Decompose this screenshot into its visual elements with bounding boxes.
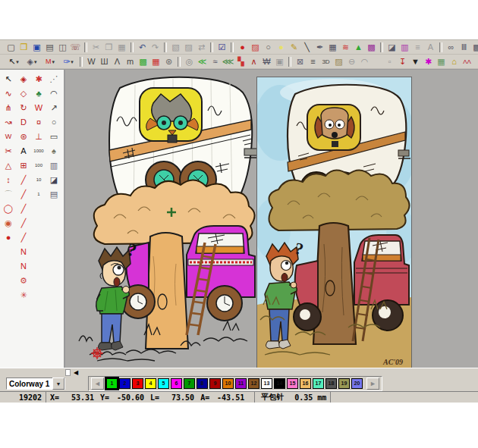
node-edit-tool[interactable]: ◈ bbox=[17, 73, 30, 85]
color-swatch-8[interactable]: 8 bbox=[197, 378, 208, 389]
reference-artwork-image[interactable]: ? AC'09 bbox=[256, 77, 412, 368]
vessel-tool[interactable]: ¤ bbox=[32, 116, 46, 128]
fan-tool[interactable]: ⌒ bbox=[2, 188, 15, 200]
tatami-fill-icon[interactable]: Ш bbox=[98, 55, 111, 68]
reshape-tool-icon[interactable]: ◈▾ bbox=[23, 55, 41, 68]
lettering-icon[interactable]: A bbox=[424, 41, 437, 54]
palette-scroll-left-icon[interactable]: ◄ bbox=[91, 378, 104, 390]
flower-ball-tool[interactable]: ⊛ bbox=[17, 130, 30, 143]
flower-magenta-icon[interactable]: ✱ bbox=[422, 55, 435, 68]
ring-open-tool[interactable]: ◯ bbox=[2, 202, 15, 215]
select-tool[interactable]: ↖ bbox=[2, 73, 15, 85]
redo-icon[interactable]: ↷ bbox=[149, 41, 162, 54]
checker-fill-icon[interactable]: ▚ bbox=[234, 55, 247, 68]
funnel-icon[interactable]: ▼ bbox=[409, 55, 422, 68]
branch-cut-tool[interactable]: ⋔ bbox=[2, 102, 15, 114]
color-swatch-7[interactable]: 7 bbox=[184, 378, 195, 389]
grid-fill-icon[interactable]: ▦ bbox=[326, 41, 339, 54]
run-1-tool[interactable]: 1 bbox=[32, 188, 46, 200]
stitch-mm-icon[interactable]: M▾ bbox=[41, 55, 59, 68]
frame-small-icon[interactable]: ▫ bbox=[383, 55, 396, 68]
insert-stitches-icon[interactable]: ▧ bbox=[169, 41, 182, 54]
circle-d-tool[interactable]: D bbox=[17, 116, 30, 128]
stack-list-icon[interactable]: ≡ bbox=[307, 55, 319, 68]
export-shape-tool[interactable]: ↗ bbox=[47, 102, 61, 114]
cross-red-icon[interactable]: ▦ bbox=[149, 55, 162, 68]
color-swatch-19[interactable]: 19 bbox=[338, 378, 350, 389]
gears-tool[interactable]: ⚙ bbox=[17, 274, 30, 287]
align-text-icon[interactable]: ≡ bbox=[411, 41, 424, 54]
line-draw-icon[interactable]: ╲ bbox=[300, 41, 313, 54]
design-canvas[interactable]: ? bbox=[65, 70, 478, 368]
new-design-icon[interactable]: ▢ bbox=[5, 41, 17, 54]
print-preview-icon[interactable]: ◫ bbox=[56, 41, 69, 54]
angle-stitch-5-tool[interactable]: ╱ bbox=[17, 231, 30, 243]
copy-icon[interactable]: ❐ bbox=[102, 41, 115, 54]
hatch-w-icon[interactable]: ▨ bbox=[332, 55, 345, 68]
satin-red-icon[interactable]: ● bbox=[236, 41, 249, 54]
run-1000-tool[interactable]: 1000 bbox=[32, 145, 46, 157]
undo-icon[interactable]: ↶ bbox=[136, 41, 149, 54]
paint-bucket-tool[interactable]: ◉ bbox=[2, 217, 15, 229]
ring-lasso-icon[interactable]: ◠ bbox=[358, 55, 371, 68]
color-swatch-17[interactable]: 17 bbox=[313, 378, 324, 389]
select-tool-icon[interactable]: ↖▾ bbox=[5, 55, 23, 68]
send-to-machine-icon[interactable]: ☏ bbox=[69, 41, 82, 54]
contrast-box-tool[interactable]: ◪ bbox=[47, 174, 61, 186]
angle-stitch-4-tool[interactable]: ╱ bbox=[17, 217, 30, 229]
n-branch-1-tool[interactable]: N bbox=[17, 246, 30, 258]
needle-thread-icon[interactable]: ✒ bbox=[313, 41, 326, 54]
bitmap-color-icon[interactable]: ▩ bbox=[365, 41, 378, 54]
rectangle-tool[interactable]: ▭ bbox=[47, 130, 61, 143]
satin-ww-icon[interactable]: W bbox=[85, 55, 98, 68]
stitch-select-tool[interactable]: ↝ bbox=[2, 116, 15, 128]
grid-frame-icon[interactable]: ▦ bbox=[435, 55, 448, 68]
canvas-scroll-left-icon[interactable]: ◀ bbox=[74, 369, 78, 376]
basket-tool[interactable]: ⊞ bbox=[17, 159, 30, 171]
ww-column-icon[interactable]: ₩ bbox=[260, 55, 273, 68]
edit-stitches-icon[interactable]: ▨ bbox=[182, 41, 195, 54]
length-arrow-tool[interactable]: ↕ bbox=[2, 174, 15, 186]
open-design-icon[interactable]: ❒ bbox=[17, 41, 30, 54]
color-swatch-16[interactable]: 16 bbox=[300, 378, 311, 389]
zigzag-stitch-icon[interactable]: Λ bbox=[111, 55, 124, 68]
machine-frame-tool[interactable]: ▥ bbox=[47, 159, 61, 171]
lasso-tool[interactable]: ∿ bbox=[2, 87, 15, 99]
w-underline-tool[interactable]: W bbox=[2, 130, 15, 143]
contour-fill-icon[interactable]: ≈ bbox=[209, 55, 222, 68]
arc-tool[interactable]: ◠ bbox=[47, 87, 61, 99]
color-swatch-2[interactable]: 2 bbox=[119, 378, 131, 389]
pattern-88-icon[interactable]: ⊠ bbox=[294, 55, 307, 68]
cut-icon[interactable]: ✂ bbox=[90, 41, 102, 54]
applique-tool[interactable]: △ bbox=[2, 159, 15, 171]
run-100-tool[interactable]: 100 bbox=[32, 159, 46, 171]
hoop-gold-icon[interactable]: ⌂ bbox=[448, 55, 461, 68]
gear-wheel-tool[interactable]: ✳ bbox=[17, 289, 30, 301]
color-swatch-15[interactable]: 15 bbox=[287, 378, 298, 389]
pen-digitize-icon[interactable]: ✑▾ bbox=[59, 55, 77, 68]
paste-icon[interactable]: ▦ bbox=[115, 41, 128, 54]
digitized-design-image[interactable]: ? bbox=[74, 74, 260, 368]
n-branch-2-tool[interactable]: N bbox=[17, 260, 30, 272]
needle-red-icon[interactable]: ↧ bbox=[396, 55, 409, 68]
color-swatch-5[interactable]: 5 bbox=[158, 378, 169, 389]
parallel-lines-tool[interactable]: ⋰ bbox=[47, 73, 61, 85]
people-team-icon[interactable]: ΛΛ bbox=[461, 55, 473, 68]
ellipse-tool[interactable]: ○ bbox=[47, 116, 61, 128]
stand-tool[interactable]: ⊥ bbox=[32, 130, 46, 143]
auto-digitize-icon[interactable]: ☑ bbox=[215, 41, 228, 54]
angle-stitch-3-tool[interactable]: ╱ bbox=[17, 202, 30, 215]
color-flower-tool[interactable]: ✱ bbox=[32, 73, 46, 85]
w-cut-tool[interactable]: ✂ bbox=[2, 145, 15, 157]
run-10-tool[interactable]: 10 bbox=[32, 174, 46, 186]
plant-tool[interactable]: ♣ bbox=[32, 87, 46, 99]
colorway-select[interactable]: Colorway 1 ▼ bbox=[6, 378, 65, 390]
closed-shape-tool[interactable]: ◇ bbox=[17, 87, 30, 99]
color-swatch-12[interactable]: 12 bbox=[248, 378, 259, 389]
color-swatch-18[interactable]: 18 bbox=[325, 378, 337, 389]
outline-shape-icon[interactable]: ○ bbox=[262, 41, 275, 54]
save-design-icon[interactable]: ▣ bbox=[30, 41, 43, 54]
pattern-green-icon[interactable]: ▩ bbox=[137, 55, 149, 68]
motif-fill-icon[interactable]: ⊛ bbox=[162, 55, 175, 68]
weave-icon[interactable]: ▩ bbox=[470, 41, 478, 54]
